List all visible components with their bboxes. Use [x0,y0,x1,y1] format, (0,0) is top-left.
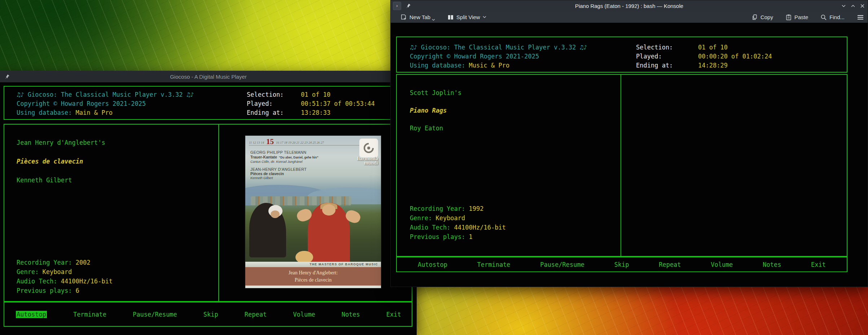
detail-value: 44100Hz/16-bit [61,278,113,285]
composer: Scott Joplin's [410,88,461,97]
harmonia-mundi-logo [359,139,378,157]
db-label: Using database: [410,62,465,69]
menu-item-volume[interactable]: Volume [293,311,315,318]
desktop: Giocoso - A Digital Music Player ♫♪ Gioc… [0,0,868,335]
menu-item-notes[interactable]: Notes [763,261,781,268]
split-view-icon [447,14,454,21]
album-credits: GEORG PHILIPP TELEMANN Trauer-Kantate “D… [250,150,318,183]
detail-value: 44100Hz/16-bit [454,224,506,231]
detail-label: Genre: [17,268,39,275]
pin-icon[interactable] [4,74,10,79]
detail-value: 2002 [76,259,91,266]
menu-item-pause-resume[interactable]: Pause/Resume [133,311,177,318]
front-header-box: ♫♪ Giocoso: The Classical Music Player v… [396,36,847,73]
detail-label: Recording Year: [17,259,72,266]
app-title-line: ♫♪ Giocoso: The Classical Music Player v… [410,43,587,52]
pane-divider [218,125,219,301]
status-value: 01 of 10 [301,90,330,99]
search-icon [820,14,827,21]
status-value: 01 of 10 [698,43,728,52]
status-label: Selection: [636,43,698,52]
front-terminal: ♫♪ Giocoso: The Classical Music Player v… [391,23,868,287]
detail-value: Keyboard [435,214,465,222]
pin-icon[interactable] [405,3,411,9]
back-status-block: Selection:01 of 10 Played:00:51:37 of 00… [247,90,375,117]
chevron-down-icon [432,19,435,21]
status-value: 14:28:29 [698,61,728,70]
front-menu-box: Autostop Terminate Pause/Resume Skip Rep… [396,257,847,272]
front-window-titlebar[interactable]: › Piano Rags (Eaton - 1992) : bash — Kon… [391,0,868,12]
split-view-button[interactable]: Split View [447,14,486,21]
konsole-window-front: › Piano Rags (Eaton - 1992) : bash — Kon… [390,0,868,287]
paste-button[interactable]: Paste [785,14,808,21]
menu-item-autostop[interactable]: Autostop [418,261,447,268]
hamburger-menu-button[interactable] [857,14,864,20]
copy-button[interactable]: Copy [751,14,773,21]
titlebar-menu-button[interactable]: › [393,2,401,10]
back-menu-box: Autostop Terminate Pause/Resume Skip Rep… [4,302,412,327]
work-title: Piano Rags [410,106,461,115]
menu-item-repeat[interactable]: Repeat [245,311,267,318]
detail-label: Recording Year: [410,205,465,212]
close-button[interactable] [860,4,865,8]
detail-value: 1992 [469,205,484,212]
db-label: Using database: [17,109,72,116]
menu-item-notes[interactable]: Notes [342,311,360,318]
album-caption: Jean Henry d'Anglebert: Pièces de clavec… [245,267,381,286]
menu-item-skip[interactable]: Skip [614,261,629,268]
front-window-title: Piano Rags (Eaton - 1992) : bash — Konso… [391,3,868,9]
menu-item-exit[interactable]: Exit [386,311,401,318]
menu-item-exit[interactable]: Exit [811,261,826,268]
status-value: 13:28:33 [301,108,330,117]
detail-label: Audio Tech: [17,278,57,285]
find-button[interactable]: Find... [820,14,845,21]
maximize-button[interactable] [851,4,855,8]
detail-label: Audio Tech: [410,224,451,231]
status-label: Ending at: [247,108,301,117]
status-label: Played: [636,52,698,61]
album-art: 11 12 13 141516 17 18 19 20 21 22 23 24 … [245,136,381,288]
app-title-line: ♫♪ Giocoso: The Classical Music Player v… [17,90,194,99]
back-header-box: ♫♪ Giocoso: The Classical Music Player v… [4,86,412,120]
detail-value: 1 [469,233,473,240]
detail-label: Previous plays: [17,287,72,294]
back-details-block: Recording Year:2002 Genre:Keyboard Audio… [17,258,113,295]
detail-value: 6 [76,287,79,294]
back-content-box: Jean Henry d'Anglebert's Pièces de clave… [4,124,412,302]
new-tab-button[interactable]: New Tab [400,14,435,21]
chevron-down-icon [483,16,486,18]
detail-label: Previous plays: [410,233,465,240]
menu-item-terminate[interactable]: Terminate [73,311,106,318]
album-calendar-strip: 11 12 13 141516 17 18 19 20 21 22 23 24 … [249,139,377,145]
performer: Roy Eaton [410,124,461,133]
back-window-titlebar[interactable]: Giocoso - A Digital Music Player [0,71,417,82]
performer: Kenneth Gilbert [17,176,105,185]
detail-value: Keyboard [42,268,72,275]
back-window-title: Giocoso - A Digital Music Player [0,74,417,80]
front-details-block: Recording Year:1992 Genre:Keyboard Audio… [410,204,506,242]
album-series-band: THE MASTERS OF BAROQUE MUSIC [245,262,381,267]
status-value: 00:00:20 of 01:02:24 [698,52,772,61]
back-terminal: ♫♪ Giocoso: The Classical Music Player v… [0,82,417,335]
menu-item-volume[interactable]: Volume [711,261,733,268]
front-status-block: Selection:01 of 10 Played:00:00:20 of 01… [636,43,772,70]
status-label: Played: [247,99,301,108]
copyright-line: Copyright © Howard Rogers 2021-2025 [410,52,587,61]
minimize-button[interactable] [841,4,846,8]
menu-item-skip[interactable]: Skip [203,311,218,318]
menu-item-repeat[interactable]: Repeat [659,261,681,268]
new-tab-icon [400,14,407,21]
menu-item-terminate[interactable]: Terminate [477,261,510,268]
harmonia-mundi-text: harmonia mundi [357,157,378,165]
konsole-toolbar: New Tab Split View Copy Paste Find... [391,12,868,23]
work-title: Pièces de clavecin [17,157,105,166]
status-value: 00:51:37 of 00:53:44 [301,99,375,108]
status-label: Ending at: [636,61,698,70]
db-value: Main & Pro [76,109,113,116]
hamburger-icon [857,14,864,20]
detail-label: Genre: [410,214,432,222]
front-content-box: Scott Joplin's Piano Rags Roy Eaton Reco… [396,74,847,257]
menu-item-pause-resume[interactable]: Pause/Resume [540,261,584,268]
copyright-line: Copyright © Howard Rogers 2021-2025 [17,99,194,108]
menu-item-autostop[interactable]: Autostop [16,311,47,318]
